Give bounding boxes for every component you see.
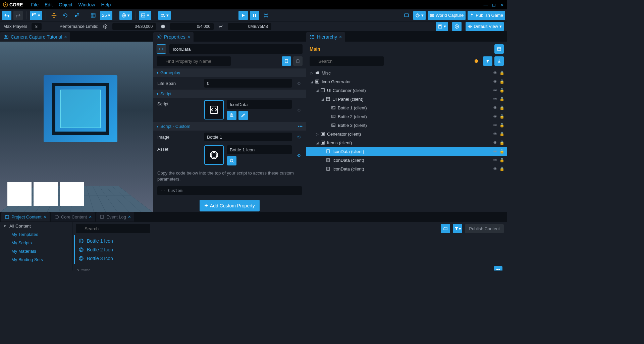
script-section-header[interactable]: ▾Script [153,90,306,98]
more-options-icon[interactable]: ••• [298,124,303,129]
filter-cube-button[interactable] [472,56,481,66]
tree-row[interactable]: Bottle 3 (client)👁🔒 [306,121,507,130]
collapse-all-button[interactable] [494,56,504,66]
tree-row[interactable]: Bottle 2 (client)👁🔒 [306,112,507,121]
visibility-icon[interactable]: 👁 [493,123,497,128]
reset-icon[interactable]: ⟲ [295,80,302,87]
lock-icon[interactable]: 🔒 [499,166,504,171]
close-icon[interactable]: × [89,214,92,219]
content-item[interactable]: Bottle 2 Icon [78,245,504,254]
import-button[interactable] [441,224,450,233]
lock-icon[interactable]: 🔒 [499,114,504,119]
life-span-input[interactable] [204,79,292,88]
visibility-icon[interactable]: 👁 [493,149,497,154]
tree-row[interactable]: IconData (client)👁🔒 [306,156,507,164]
tree-row[interactable]: ◢UI Panel (client)👁🔒 [306,95,507,103]
lock-icon[interactable]: 🔒 [499,158,504,162]
close-icon[interactable]: × [187,34,190,40]
preview-options-button[interactable] [261,11,271,20]
filter-button[interactable] [483,56,492,66]
script-name-input[interactable] [227,100,292,109]
viewport-3d[interactable] [0,42,153,212]
close-window-icon[interactable]: ✕ [499,2,504,7]
menu-edit[interactable]: Edit [45,2,53,7]
visibility-icon[interactable]: 👁 [493,140,497,145]
content-category[interactable]: My Scripts [0,239,72,247]
core-content-tab[interactable]: Core Content × [51,212,95,222]
properties-tab[interactable]: Properties × [153,32,194,42]
hierarchy-search-input[interactable] [310,56,384,66]
visibility-icon[interactable]: 👁 [493,105,497,110]
lock-icon[interactable]: 🔒 [499,70,504,75]
lock-icon[interactable]: 🔒 [499,132,504,136]
copy-properties-button[interactable] [282,56,291,66]
edit-script-button[interactable] [238,111,248,120]
content-category[interactable]: My Templates [0,230,72,239]
object-name-input[interactable] [169,44,303,54]
image-input[interactable] [204,133,292,141]
grid-view-button[interactable] [494,266,502,271]
script-custom-section-header[interactable]: ▾Script - Custom••• [153,122,306,131]
rotate-tool-button[interactable] [61,11,70,20]
lock-icon[interactable]: 🔒 [499,149,504,154]
content-search-input[interactable] [76,224,150,233]
settings-gear-button[interactable]: ▾ [413,11,426,20]
publish-game-button[interactable]: Publish Game [468,11,505,20]
snap-grid-button[interactable]: ▾ [30,11,42,20]
maximize-icon[interactable]: ◻ [491,2,496,7]
visibility-icon[interactable]: 👁 [493,114,497,119]
multiplayer-button[interactable]: ▾ [158,11,171,20]
menu-object[interactable]: Object [59,2,72,7]
script-thumbnail[interactable] [204,100,224,119]
menu-file[interactable]: File [31,2,39,7]
tree-row[interactable]: ▷Generator (client)👁🔒 [306,130,507,138]
visibility-icon[interactable]: 👁 [493,158,497,163]
move-tool-button[interactable] [49,11,59,20]
tree-row[interactable]: ◢Icon Generator👁🔒 [306,77,507,86]
tree-row[interactable]: ◢Items (client)👁🔒 [306,138,507,147]
reset-icon[interactable]: ⟲ [295,134,302,140]
save-dropdown-button[interactable]: ▾ [436,22,448,31]
lock-icon[interactable]: 🔒 [499,79,504,84]
menu-help[interactable]: Help [101,2,111,7]
tree-row[interactable]: Bottle 1 (client)👁🔒 [306,103,507,112]
snap-size-button[interactable]: 25 ▾ [100,11,112,20]
content-category[interactable]: My Materials [0,247,72,255]
tree-row[interactable]: ◢UI Container (client)👁🔒 [306,86,507,95]
event-log-tab[interactable]: Event Log × [96,212,134,222]
content-item[interactable]: Bottle 3 Icon [78,254,504,263]
reset-icon[interactable]: ⟲ [295,107,302,113]
locate-asset-button[interactable] [227,156,236,165]
content-root[interactable]: ▼All Content [0,222,72,230]
undo-button[interactable] [2,11,11,20]
play-button[interactable] [238,11,248,20]
lock-icon[interactable]: 🔒 [499,140,504,145]
close-icon[interactable]: × [44,214,46,219]
asset-name-input[interactable] [227,145,292,154]
content-filter-button[interactable]: ▾ [453,224,462,233]
lock-icon[interactable]: 🔒 [499,88,504,93]
minimize-icon[interactable]: — [483,2,488,7]
project-content-tab[interactable]: Project Content × [1,212,50,222]
tree-row[interactable]: ▷Misc👁🔒 [306,68,507,77]
close-icon[interactable]: × [339,34,342,40]
visibility-icon[interactable]: 👁 [493,166,497,171]
help-button[interactable] [452,22,462,31]
reset-icon[interactable]: ⟲ [295,152,302,159]
default-view-button[interactable]: Default View ▾ [466,22,504,31]
lock-icon[interactable]: 🔒 [499,105,504,110]
gameplay-section-header[interactable]: ▾Gameplay [153,68,306,77]
visibility-icon[interactable]: 👁 [493,132,497,137]
lock-icon[interactable]: 🔒 [499,97,504,101]
property-search-input[interactable] [157,56,231,66]
world-capture-button[interactable]: World Capture [428,11,466,20]
grid-toggle-button[interactable] [89,11,98,20]
terrain-button[interactable]: ▾ [139,11,151,20]
viewport-tab[interactable]: Camera Capture Tutorial × [0,32,70,42]
redo-button[interactable] [13,11,23,20]
locate-script-button[interactable] [227,111,236,120]
paste-properties-button[interactable] [293,56,303,66]
hierarchy-tab[interactable]: Hierarchy × [306,32,345,42]
scene-button[interactable] [494,44,504,54]
close-icon[interactable]: × [64,34,67,40]
